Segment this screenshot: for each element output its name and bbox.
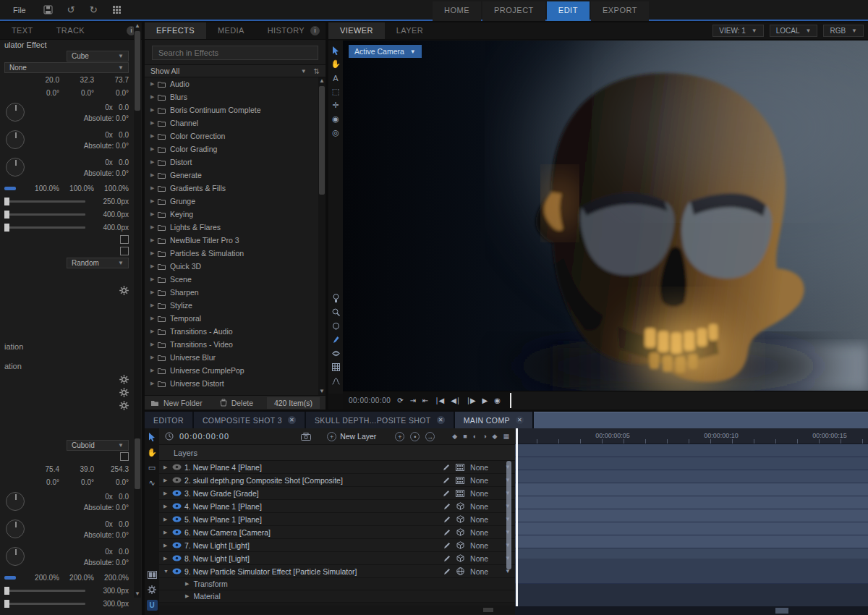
layer-list-hscroll[interactable] xyxy=(159,606,515,614)
degrees-field[interactable]: 0.0 xyxy=(119,520,129,528)
effect-category[interactable]: ▶Distort xyxy=(145,156,326,169)
scroll-up-icon[interactable]: ▲ xyxy=(134,22,141,29)
eye-icon[interactable] xyxy=(172,568,182,574)
main-tab-home[interactable]: HOME xyxy=(433,1,481,21)
pencil-icon[interactable] xyxy=(443,542,451,549)
view-control-view-1[interactable]: VIEW: 1▼ xyxy=(712,25,763,37)
value-field[interactable]: 73.7 xyxy=(97,76,129,84)
pencil-icon[interactable] xyxy=(443,516,451,523)
effect-category[interactable]: ▶Gradients & Fills xyxy=(145,182,326,195)
active-camera-dropdown[interactable]: Active Camera ▼ xyxy=(349,45,422,58)
layer-row[interactable]: ▶6. New Camera [Camera]None▼ xyxy=(159,526,515,539)
dropdown-cube[interactable]: Cube▼ xyxy=(67,51,129,62)
cube-icon[interactable] xyxy=(456,502,464,510)
prev-frame-button[interactable]: ◀∣ xyxy=(451,396,460,404)
expand-icon[interactable]: ▶ xyxy=(150,159,158,165)
controls-tab-text[interactable]: TEXT xyxy=(0,22,45,39)
layer-name[interactable]: 8. New Light [Light] xyxy=(184,554,250,563)
effects-filter-dropdown[interactable]: Show All ▼ ⇅ xyxy=(145,64,326,77)
pencil-icon[interactable] xyxy=(443,503,451,510)
effect-category[interactable]: ▶NewBlue Titler Pro 3 xyxy=(145,234,326,247)
orbit-tool[interactable]: ◎ xyxy=(330,126,341,140)
effect-category[interactable]: ▶Transitions - Audio xyxy=(145,325,326,338)
curve-tool[interactable]: ∿ xyxy=(146,478,158,488)
timeline-tab-composite-shot-3[interactable]: COMPOSITE SHOT 3✕ xyxy=(194,412,306,428)
slider-value[interactable]: 400.0px xyxy=(91,211,129,219)
expand-icon[interactable]: ▶ xyxy=(163,478,172,483)
expand-icon[interactable]: ▶ xyxy=(150,250,158,256)
expand-icon[interactable]: ▶ xyxy=(150,342,158,347)
percent-field[interactable]: 100.0% xyxy=(27,184,59,192)
eye-icon[interactable] xyxy=(172,516,182,522)
expand-icon[interactable]: ▶ xyxy=(150,237,158,243)
pencil-icon[interactable] xyxy=(443,477,450,484)
globe-icon[interactable] xyxy=(456,567,464,575)
track-row[interactable] xyxy=(515,444,868,457)
effect-category[interactable]: ▶Universe Blur xyxy=(145,351,326,364)
value-field[interactable]: 75.4 xyxy=(27,465,59,473)
slider-thumb[interactable] xyxy=(4,587,9,595)
percent-field[interactable]: 200.0% xyxy=(27,574,59,582)
undo-icon[interactable]: ↺ xyxy=(67,4,75,15)
main-tab-project[interactable]: PROJECT xyxy=(482,1,545,21)
effect-category[interactable]: ▶Channel xyxy=(145,116,326,130)
expand-icon[interactable]: ▶ xyxy=(150,368,158,373)
layer-row[interactable]: ▶5. New Plane 1 [Plane]None▼ xyxy=(159,513,515,526)
effect-category[interactable]: ▶Color Correction xyxy=(145,130,326,143)
layer-list-scrollbar[interactable] xyxy=(506,461,511,569)
timeline-ruler[interactable]: 00:00:00:0500:00:00:1000:00:00:15 xyxy=(515,428,868,444)
turns-field[interactable]: 0x xyxy=(105,520,113,528)
gear-icon[interactable] xyxy=(146,585,158,595)
eye-icon[interactable] xyxy=(172,464,182,470)
expand-icon[interactable]: ▶ xyxy=(185,593,189,599)
eye-icon[interactable] xyxy=(172,503,182,509)
track-row[interactable] xyxy=(515,571,868,584)
blend-dropdown[interactable]: None xyxy=(470,567,499,576)
value-field[interactable]: 20.0 xyxy=(27,76,59,84)
expand-icon[interactable]: ▶ xyxy=(150,198,158,204)
loop-button[interactable]: ⟳ xyxy=(397,396,403,404)
zoom-fit-icon[interactable]: • xyxy=(410,432,420,441)
pan-view-tool[interactable] xyxy=(330,319,341,333)
select-tool[interactable] xyxy=(330,43,341,57)
move-tool[interactable]: ✛ xyxy=(330,98,341,112)
effects-tab-history[interactable]: HISTORY xyxy=(256,22,316,39)
close-icon[interactable]: ✕ xyxy=(437,416,445,424)
blend-dropdown[interactable]: None xyxy=(470,502,499,511)
transform-tool[interactable]: ⬚ xyxy=(330,85,341,98)
text-tool[interactable]: A xyxy=(330,71,341,85)
grid-small-icon[interactable]: ▦ xyxy=(503,433,509,440)
expand-icon[interactable]: ▶ xyxy=(150,328,158,334)
percent-field[interactable]: 100.0% xyxy=(62,184,94,192)
track-row[interactable] xyxy=(515,483,868,496)
effect-category[interactable]: ▶Keying xyxy=(145,208,326,221)
blend-dropdown[interactable]: None xyxy=(470,489,499,498)
pencil-icon[interactable] xyxy=(443,464,450,471)
expand-icon[interactable]: ▶ xyxy=(163,491,172,496)
effect-category[interactable]: ▶Transitions - Video xyxy=(145,338,326,351)
redo-icon[interactable]: ↻ xyxy=(90,4,98,15)
hand-tool[interactable]: ✋ xyxy=(330,57,341,71)
play-button[interactable]: ▶ xyxy=(482,396,488,404)
slider-value[interactable]: 300.0px xyxy=(91,587,129,595)
search-input[interactable] xyxy=(152,46,318,60)
expand-icon[interactable]: ▶ xyxy=(150,381,158,386)
pen-tool[interactable] xyxy=(330,333,341,347)
controls-scrollbar[interactable]: ▲ ▼ xyxy=(134,22,141,598)
viewer-tab-layer[interactable]: LAYER xyxy=(385,22,435,39)
blend-dropdown[interactable]: None xyxy=(470,463,499,472)
value-field[interactable]: 32.3 xyxy=(62,76,94,84)
value-field[interactable]: 0.0° xyxy=(97,478,129,486)
expand-icon[interactable]: ▶ xyxy=(163,530,172,535)
scroll-up-icon[interactable]: ▲ xyxy=(318,77,326,84)
effects-tab-media[interactable]: MEDIA xyxy=(206,22,256,39)
save-icon[interactable] xyxy=(43,5,53,14)
checkbox[interactable] xyxy=(120,235,129,244)
eye-icon[interactable] xyxy=(172,555,182,561)
next-keyframe-icon[interactable]: ◆ xyxy=(493,433,498,440)
grid-icon[interactable] xyxy=(112,5,122,14)
slider-track[interactable] xyxy=(4,590,85,592)
effect-category[interactable]: ▶Quick 3D xyxy=(145,260,326,273)
layer-name[interactable]: 5. New Plane 1 [Plane] xyxy=(184,515,262,524)
layer-name[interactable]: 9. New Particle Simulator Effect [Partic… xyxy=(184,567,357,576)
